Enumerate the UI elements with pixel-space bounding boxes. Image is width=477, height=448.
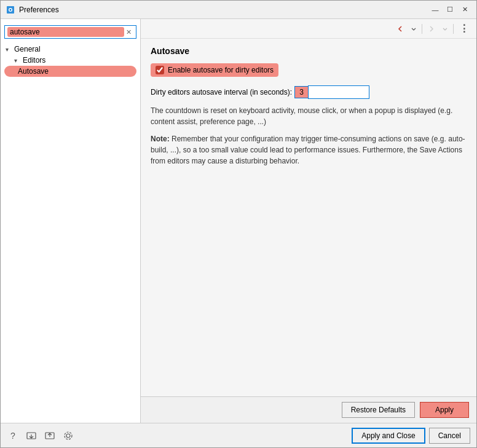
expand-arrow-general: ▾ <box>6 46 14 53</box>
apply-button[interactable]: Apply <box>420 402 469 418</box>
minimize-button[interactable]: — <box>428 3 442 17</box>
right-section: ⋮ Autosave Enable autosave for dirty edi… <box>141 19 476 423</box>
enable-autosave-checkbox[interactable] <box>156 66 164 74</box>
sidebar: ✕ ▾ General ▾ Editors Autosave <box>1 19 141 423</box>
close-button[interactable]: ✕ <box>458 3 471 17</box>
navigation-buttons: ⋮ <box>393 22 473 36</box>
expand-arrow-editors: ▾ <box>14 57 23 64</box>
footer-action-buttons: Apply and Close Cancel <box>352 428 470 444</box>
search-bar[interactable]: ✕ <box>4 25 136 39</box>
enable-checkbox-row[interactable]: Enable autosave for dirty editors <box>151 63 278 77</box>
search-clear-button[interactable]: ✕ <box>124 28 133 37</box>
forward-button[interactable] <box>425 23 438 34</box>
note-bold: Note: <box>151 135 170 143</box>
tree-item-autosave[interactable]: Autosave <box>4 66 136 77</box>
preferences-icon <box>6 5 15 15</box>
tree-item-editors[interactable]: ▾ Editors <box>1 55 140 66</box>
interval-input[interactable] <box>308 85 369 99</box>
panel-title: Autosave <box>151 46 467 56</box>
content-panel: Autosave Enable autosave for dirty edito… <box>141 39 476 396</box>
note-body: Remember that your configuration may tri… <box>151 135 465 165</box>
svg-point-2 <box>10 9 12 10</box>
tree-label-editors: Editors <box>23 56 136 65</box>
apply-and-close-button[interactable]: Apply and Close <box>352 428 425 444</box>
restore-defaults-button[interactable]: Restore Defaults <box>342 402 415 418</box>
expand-arrow-autosave <box>9 68 18 75</box>
enable-autosave-label: Enable autosave for dirty editors <box>168 66 274 74</box>
window-title: Preferences <box>19 6 428 14</box>
search-input[interactable] <box>7 27 124 37</box>
note-text: Note: Remember that your configuration m… <box>151 133 467 167</box>
import-icon[interactable] <box>25 430 37 442</box>
tree-label-autosave: Autosave <box>18 67 132 76</box>
description-text: The countdown is reset on keyboard activ… <box>151 105 467 127</box>
svg-point-6 <box>65 432 72 439</box>
nav-separator <box>422 24 422 34</box>
svg-point-5 <box>66 434 70 438</box>
export-icon[interactable] <box>44 430 56 442</box>
tree-item-general[interactable]: ▾ General <box>1 44 140 55</box>
settings-icon[interactable] <box>62 430 74 442</box>
interval-value-highlight: 3 <box>294 86 308 98</box>
back-dropdown-button[interactable] <box>408 25 419 33</box>
panel-header: ⋮ <box>141 19 476 39</box>
forward-dropdown-button[interactable] <box>440 25 451 33</box>
interval-input-container: 3 <box>294 85 369 99</box>
interval-row: Dirty editors autosave interval (in seco… <box>151 85 467 99</box>
maximize-button[interactable]: ☐ <box>443 3 457 17</box>
help-icon[interactable]: ? <box>7 430 19 442</box>
cancel-button[interactable]: Cancel <box>429 428 470 444</box>
footer: ? Apply and Close <box>1 423 476 447</box>
preferences-window: Preferences — ☐ ✕ ✕ ▾ General ▾ Editors <box>0 0 477 448</box>
more-options-button[interactable]: ⋮ <box>456 22 473 36</box>
bottom-buttons: Restore Defaults Apply <box>141 396 476 423</box>
interval-label: Dirty editors autosave interval (in seco… <box>151 88 292 96</box>
titlebar: Preferences — ☐ ✕ <box>1 1 476 19</box>
titlebar-buttons: — ☐ ✕ <box>428 3 471 17</box>
main-content: ✕ ▾ General ▾ Editors Autosave <box>1 19 476 423</box>
back-button[interactable] <box>393 23 407 34</box>
footer-icons: ? <box>7 430 345 442</box>
nav-separator2 <box>453 24 454 34</box>
tree-label-general: General <box>14 45 136 53</box>
